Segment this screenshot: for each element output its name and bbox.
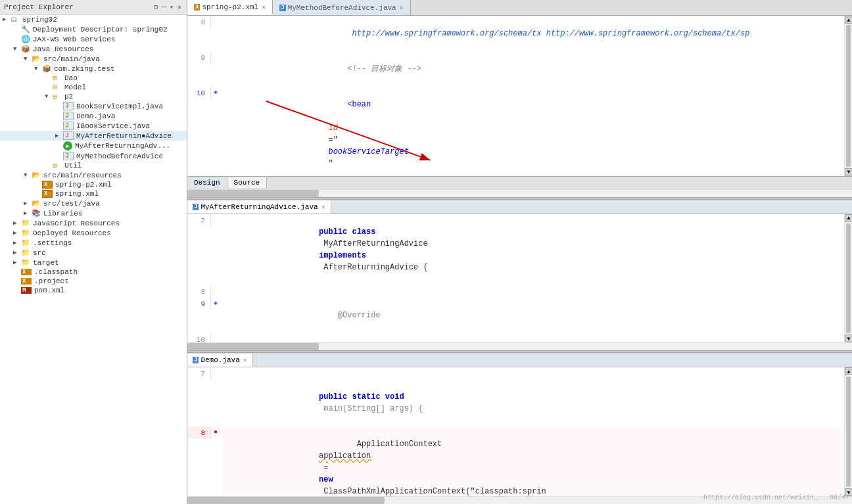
- demo-scrollbar-v[interactable]: ▲ ▼: [844, 367, 852, 496]
- tree-item-target[interactable]: ▶ 📁 target: [0, 258, 187, 267]
- tree-item-deployment[interactable]: 🔧 Deployment Descriptor: spring02: [0, 24, 187, 34]
- tree-item-src-main-java[interactable]: ▼ 📂 src/main/java: [0, 54, 187, 64]
- java-myafter-tab-icon: J: [193, 204, 199, 210]
- design-tab[interactable]: Design: [187, 177, 227, 188]
- myafter-scrollbar-v[interactable]: ▲ ▼: [844, 214, 852, 343]
- project-explorer: Project Explorer ⊟ ↔ ▾ ✕ ▶ 🗂 spring02: [0, 0, 187, 504]
- java-resources-icon: 📦: [21, 45, 32, 53]
- tree-item-jaxws[interactable]: 🌐 JAX-WS Web Services: [0, 34, 187, 44]
- tab-bar-top: X spring-p2.xml ✕ J MyMethodBeforeAdivce…: [187, 0, 852, 16]
- tree-label: .project: [34, 277, 69, 285]
- scroll-thumb[interactable]: [846, 377, 851, 487]
- line-num: 10: [187, 333, 211, 343]
- link-editor-icon[interactable]: ↔: [160, 3, 167, 12]
- tab-mymethodbefore[interactable]: J MyMethodBeforeAdivce.java ✕: [273, 0, 410, 15]
- js-resources-icon: 📁: [21, 219, 32, 227]
- tree-label: p2: [64, 93, 73, 101]
- webservice-icon: 🌐: [21, 35, 32, 43]
- myafter-scrollbar-h[interactable]: [187, 342, 852, 350]
- project-icon: 🗂: [11, 15, 21, 24]
- spring-p2-scrollbar-v[interactable]: ▲ ▼: [844, 16, 852, 176]
- tree-item-util[interactable]: ⊞ Util: [0, 161, 187, 170]
- tab-close-spring-p2[interactable]: ✕: [262, 3, 266, 11]
- myafter-tab[interactable]: J MyAfterReturningAdvice.java ✕: [187, 200, 331, 214]
- tree-item-myafterreturning-run[interactable]: ▶ MyAfterReturningAdv...: [0, 141, 187, 151]
- tab-spring-p2-xml[interactable]: X spring-p2.xml ✕: [187, 0, 273, 15]
- main-area: Project Explorer ⊟ ↔ ▾ ✕ ▶ 🗂 spring02: [0, 0, 852, 504]
- tree-label: Util: [64, 162, 82, 170]
- spring-p2-scrollbar-h[interactable]: [187, 189, 852, 197]
- tree-item-javascript-resources[interactable]: ▶ 📁 JavaScript Resources: [0, 218, 187, 228]
- myafter-editor-with-scroll: 7 public class MyAfterReturningAdvice im…: [187, 214, 852, 343]
- tree-label: Deployment Descriptor: spring02: [33, 26, 168, 34]
- tree-item-dao[interactable]: ⊞ Dao: [0, 74, 187, 83]
- scrollbar-thumb-h[interactable]: [187, 343, 319, 350]
- scroll-thumb[interactable]: [846, 223, 851, 334]
- scroll-thumb[interactable]: [846, 25, 851, 167]
- tree-item-demo[interactable]: J Demo.java: [0, 111, 187, 121]
- tree-item-src[interactable]: ▶ 📁 src: [0, 248, 187, 258]
- line-content: public void afterReturning (Object retur…: [222, 333, 844, 343]
- demo-code-scroll[interactable]: 7 public static void main(String[] args)…: [187, 367, 844, 496]
- tree-arrow: ▼: [24, 172, 32, 179]
- tab-close-mymethodbefore[interactable]: ✕: [400, 4, 404, 12]
- scroll-down-btn[interactable]: ▼: [845, 334, 852, 342]
- tree-item-settings[interactable]: ▶ 📁 .settings: [0, 238, 187, 248]
- tree-item-src-main-resources[interactable]: ▼ 📂 src/main/resources: [0, 170, 187, 180]
- tree-item-src-test-java[interactable]: ▶ 📂 src/test/java: [0, 198, 187, 208]
- tree-label: src: [33, 249, 46, 257]
- scroll-up-btn[interactable]: ▲: [845, 214, 852, 222]
- scroll-down-btn[interactable]: ▼: [845, 168, 852, 176]
- line-content-10: <bean id =" bookServiceTarget " class: [222, 87, 844, 176]
- line-marker: ◈: [214, 298, 222, 309]
- demo-tab-close[interactable]: ✕: [243, 356, 247, 364]
- package-p2-icon: ⊞: [53, 93, 63, 101]
- line-content: public static void main(String[] args) {: [222, 367, 844, 426]
- classpath-icon: X: [21, 269, 32, 275]
- tree-item-mymethodbefore[interactable]: J MyMethodBeforeAdvice: [0, 151, 187, 161]
- tree-item-libraries[interactable]: ▶ 📚 Libraries: [0, 208, 187, 218]
- tree-arrow: ▶: [13, 239, 21, 246]
- tree-item-ibookservice[interactable]: J IBookService.java: [0, 121, 187, 131]
- tree-item-model[interactable]: ⊞ Model: [0, 83, 187, 92]
- package-model-icon: ⊞: [53, 83, 63, 91]
- source-tab[interactable]: Source: [227, 177, 268, 188]
- tree-item-spring02[interactable]: ▶ 🗂 spring02: [0, 14, 187, 24]
- resources-folder-icon: 📂: [32, 171, 42, 179]
- spring-p2-code-scroll[interactable]: 8 http://www.springframework.org/schema/…: [187, 16, 844, 176]
- tree-container: ▶ 🗂 spring02 🔧 Deployment Descriptor: sp…: [0, 14, 187, 504]
- tree-item-bookserviceimpl[interactable]: J BookServiceImpl.java: [0, 101, 187, 111]
- view-menu-icon[interactable]: ▾: [168, 3, 175, 12]
- scrollbar-thumb-h[interactable]: [187, 497, 385, 504]
- tree-item-spring-p2-xml[interactable]: X spring-p2.xml: [0, 180, 187, 189]
- demo-tab[interactable]: J Demo.java ✕: [187, 354, 253, 367]
- spring-p2-editor-with-scroll: 8 http://www.springframework.org/schema/…: [187, 16, 852, 176]
- tree-item-classpath[interactable]: X .classpath: [0, 267, 187, 277]
- scrollbar-thumb-h[interactable]: [187, 190, 319, 197]
- scroll-up-btn[interactable]: ▲: [845, 367, 852, 375]
- code-line-10: 10 ◈ <bean id =" bookServiceTarget: [187, 87, 844, 176]
- tree-item-deployed-resources[interactable]: ▶ 📁 Deployed Resources: [0, 228, 187, 238]
- line-num-9: 9: [187, 51, 211, 64]
- line-num: 7: [187, 367, 211, 380]
- tree-label: MyMethodBeforeAdvice: [76, 152, 163, 160]
- tree-item-myafterreturning[interactable]: ▶ J MyAfterReturnin●Advice: [0, 131, 187, 141]
- scroll-up-btn[interactable]: ▲: [845, 16, 852, 24]
- java-mymethodbefore-icon: J: [63, 152, 74, 160]
- close-explorer-icon[interactable]: ✕: [176, 3, 183, 12]
- myafter-tab-close[interactable]: ✕: [321, 203, 325, 211]
- tree-label-deployed-resources: Deployed Resources: [33, 229, 111, 237]
- tree-label: .classpath: [34, 268, 78, 276]
- tree-item-pom[interactable]: M pom.xml: [0, 286, 187, 295]
- line-num-10: 10: [187, 87, 211, 99]
- java-tab-icon: J: [279, 5, 285, 11]
- tree-item-spring-xml[interactable]: X spring.xml: [0, 189, 187, 198]
- myafter-code-scroll[interactable]: 7 public class MyAfterReturningAdvice im…: [187, 214, 844, 343]
- tree-item-project-file[interactable]: X .project: [0, 277, 187, 286]
- tree-item-p2[interactable]: ▼ ⊞ p2: [0, 92, 187, 101]
- tree-item-package-root[interactable]: ▼ 📦 com.zking.test: [0, 64, 187, 74]
- tree-item-java-resources[interactable]: ▼ 📦 Java Resources: [0, 44, 187, 54]
- collapse-all-icon[interactable]: ⊟: [153, 3, 159, 12]
- demo-code-lines: 7 public static void main(String[] args)…: [187, 367, 844, 496]
- xml-spring-icon: X: [42, 190, 53, 198]
